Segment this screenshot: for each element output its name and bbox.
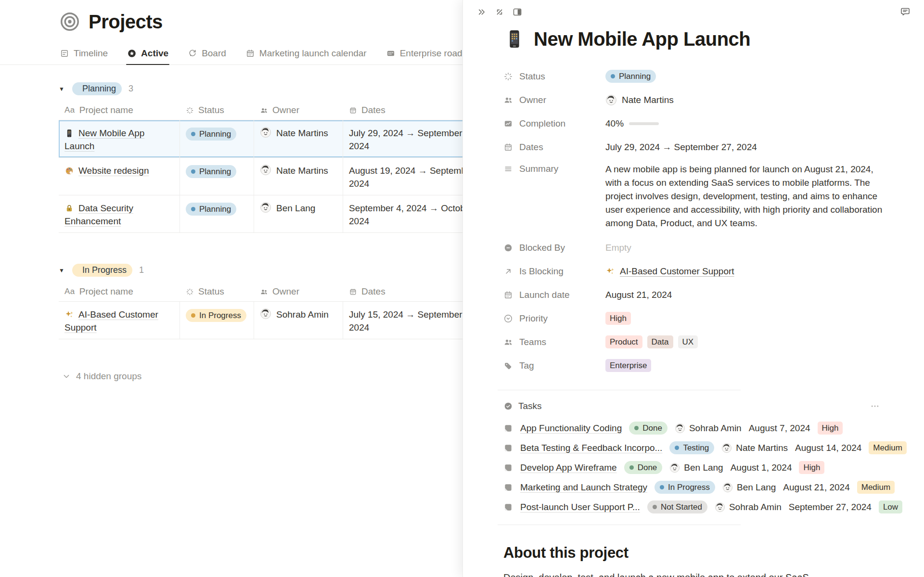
property-value[interactable]: Nate Martins	[605, 94, 674, 106]
property-row-priority: Priority High	[503, 307, 910, 330]
team-pill[interactable]: Product	[605, 335, 642, 348]
chevron-down-icon	[62, 372, 71, 381]
table-row[interactable]: New Mobile App Launch Planning Nate Mart…	[59, 120, 492, 158]
about-body[interactable]: Design, develop, test, and launch a new …	[503, 570, 840, 577]
tag-icon	[503, 361, 513, 371]
task-page-icon	[503, 443, 513, 453]
property-label[interactable]: Launch date	[503, 290, 605, 300]
table-row[interactable]: Website redesign Planning Nate Martins A…	[59, 158, 492, 195]
status-dot	[660, 485, 664, 489]
table-row[interactable]: AI-Based Customer Support In Progress So…	[59, 302, 492, 339]
tab-timeline[interactable]: Timeline	[59, 45, 109, 64]
property-label[interactable]: Completion	[503, 118, 605, 129]
task-page-icon	[503, 502, 513, 512]
property-label[interactable]: Priority	[503, 313, 605, 324]
status-cell[interactable]: Planning	[180, 120, 254, 157]
people-icon	[260, 106, 268, 115]
task-row[interactable]: Beta Testing & Feedback Incorpo... Testi…	[503, 438, 910, 458]
property-value[interactable]: August 21, 2024	[605, 290, 672, 300]
property-label[interactable]: Teams	[503, 337, 605, 347]
property-value[interactable]: Planning	[605, 70, 656, 83]
sparkles-icon	[64, 310, 74, 320]
property-value[interactable]: High	[605, 312, 631, 325]
task-owner: Ben Lang	[722, 482, 776, 493]
owner-cell[interactable]: Sohrab Amin	[254, 302, 343, 339]
property-value[interactable]: Enterprise	[605, 359, 651, 372]
blocking-project-link[interactable]: AI-Based Customer Support	[620, 266, 734, 277]
task-priority-pill[interactable]: Medium	[869, 441, 906, 454]
avatar	[605, 94, 617, 106]
property-label[interactable]: Owner	[503, 95, 605, 105]
task-page-icon	[503, 423, 513, 433]
phone-icon	[64, 128, 74, 138]
team-pill[interactable]: Data	[647, 335, 673, 348]
project-name-cell[interactable]: AI-Based Customer Support	[59, 302, 180, 339]
task-page-icon	[503, 483, 513, 492]
property-label[interactable]: Dates	[503, 142, 605, 153]
collapse-double-chevron-icon[interactable]	[476, 7, 487, 17]
project-name-cell[interactable]: New Mobile App Launch	[59, 120, 180, 157]
tasks-title[interactable]: Tasks	[503, 401, 542, 411]
property-value[interactable]: July 29, 2024 → September 27, 2024	[605, 142, 757, 153]
avatar	[715, 502, 725, 513]
project-detail-panel: New Mobile App Launch Status Planning Ow…	[462, 0, 924, 577]
priority-pill[interactable]: High	[605, 312, 631, 325]
group-toggle-icon[interactable]: ▼	[59, 86, 65, 92]
property-label[interactable]: Is Blocking	[503, 266, 605, 277]
owner-cell[interactable]: Nate Martins	[254, 158, 343, 195]
property-label[interactable]: Blocked By	[503, 243, 605, 253]
status-cell[interactable]: Planning	[180, 158, 254, 195]
task-row[interactable]: App Functionality Coding Done Sohrab Ami…	[503, 418, 910, 438]
team-pill[interactable]: UX	[678, 335, 698, 348]
task-priority-pill[interactable]: Low	[879, 500, 902, 513]
expand-diagonal-icon[interactable]	[494, 7, 505, 17]
property-label[interactable]: Summary	[503, 163, 605, 174]
task-priority-pill[interactable]: Medium	[857, 481, 895, 494]
project-name-cell[interactable]: Data Security Enhancement	[59, 195, 180, 232]
task-priority-pill[interactable]: High	[818, 422, 843, 435]
task-page-icon	[503, 463, 513, 473]
group-toggle-icon[interactable]: ▼	[59, 267, 65, 274]
property-value[interactable]: Product Data UX	[605, 335, 698, 348]
task-owner: Sohrab Amin	[675, 423, 742, 434]
property-label[interactable]: Tag	[503, 360, 605, 371]
tag-pill[interactable]: Enterprise	[605, 359, 651, 372]
task-row[interactable]: Post-launch User Support P... Not Starte…	[503, 497, 910, 517]
status-cell[interactable]: In Progress	[180, 302, 254, 339]
calendar-icon	[349, 106, 357, 115]
column-header-owner[interactable]: Owner	[254, 101, 343, 120]
roadmap-icon	[386, 49, 396, 58]
property-list: Status Planning Owner Nate Martins	[503, 64, 910, 377]
property-label[interactable]: Status	[503, 71, 605, 82]
owner-cell[interactable]: Nate Martins	[254, 120, 343, 157]
status-cell[interactable]: Planning	[180, 195, 254, 232]
summary-lines-icon	[503, 164, 513, 174]
column-header-status[interactable]: Status	[180, 282, 254, 301]
tab-board[interactable]: Board	[187, 45, 227, 64]
comment-icon[interactable]	[900, 6, 911, 17]
tab-active[interactable]: Active	[126, 45, 169, 64]
table-row[interactable]: Data Security Enhancement Planning Ben L…	[59, 195, 492, 233]
task-row[interactable]: Marketing and Launch Strategy In Progres…	[503, 477, 910, 497]
column-header-project-name[interactable]: Aa Project name	[59, 101, 180, 120]
property-value-empty[interactable]: Empty	[605, 243, 631, 253]
priority-circle-icon	[503, 314, 513, 323]
task-row[interactable]: Develop App Wireframe Done Ben Lang Augu…	[503, 458, 910, 477]
completion-value[interactable]: 40%	[605, 118, 659, 129]
column-header-status[interactable]: Status	[180, 101, 254, 120]
column-header-project-name[interactable]: Aa Project name	[59, 282, 180, 301]
more-dots-icon[interactable]	[870, 401, 880, 411]
owner-cell[interactable]: Ben Lang	[254, 195, 343, 232]
panel-title[interactable]: New Mobile App Launch	[534, 28, 750, 50]
check-circle-icon	[503, 401, 513, 411]
column-header-owner[interactable]: Owner	[254, 282, 343, 301]
side-peek-icon[interactable]	[512, 7, 523, 17]
tab-marketing-launch-calendar[interactable]: Marketing launch calendar	[244, 45, 368, 64]
project-name-cell[interactable]: Website redesign	[59, 158, 180, 195]
panel-toolbar	[476, 7, 523, 17]
property-row-tag: Tag Enterprise	[503, 354, 910, 377]
property-value[interactable]: A new mobile app is being planned for la…	[605, 163, 887, 230]
group-pill-in-progress[interactable]: In Progress	[72, 264, 132, 277]
group-pill-planning[interactable]: Planning	[72, 82, 122, 95]
task-priority-pill[interactable]: High	[799, 461, 824, 474]
